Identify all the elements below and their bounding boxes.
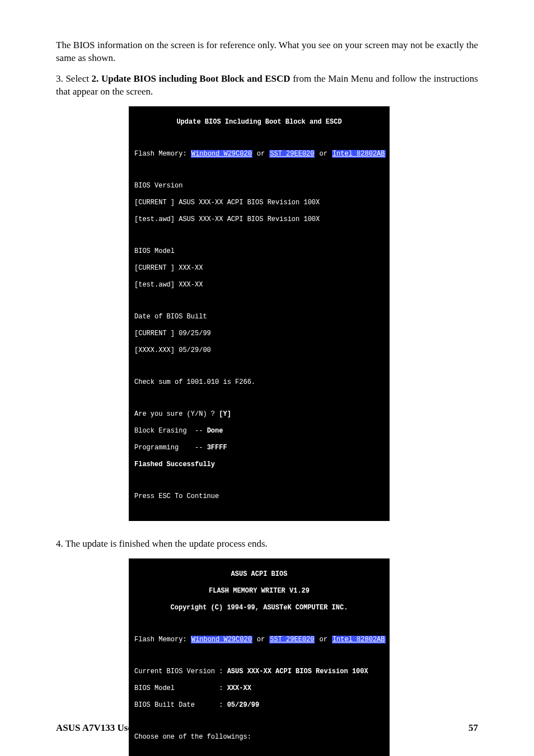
terminal1-date1: [CURRENT ] 09/25/99 — [134, 330, 384, 338]
terminal1-date-heading: Date of BIOS Built — [134, 313, 384, 321]
terminal2-curver: Current BIOS Version : ASUS XXX-XX ACPI … — [134, 668, 384, 676]
footer-manual-title: ASUS A7V133 User's Manual — [56, 722, 177, 734]
terminal1-model-heading: BIOS Model — [134, 247, 384, 256]
terminal2-choose: Choose one of the followings: — [134, 733, 384, 741]
bios-screenshot-1: Update BIOS Including Boot Block and ESC… — [129, 106, 478, 521]
terminal1-title: Update BIOS Including Boot Block and ESC… — [134, 118, 384, 126]
terminal2-h2: FLASH MEMORY WRITER V1.29 — [134, 587, 384, 595]
terminal1-erase: Block Erasing -- Done — [134, 427, 384, 435]
terminal1-model1: [CURRENT ] XXX-XX — [134, 264, 384, 273]
terminal2-date: BIOS Built Date : 05/29/99 — [134, 701, 384, 710]
terminal1-date2: [XXXX.XXX] 05/29/00 — [134, 346, 384, 355]
terminal1-flashmem: Flash Memory: Winbond W29C020orSST 29EE0… — [134, 150, 384, 158]
terminal2-h1: ASUS ACPI BIOS — [134, 570, 384, 579]
terminal1-checksum: Check sum of 1001.010 is F266. — [134, 378, 384, 387]
terminal1-model2: [test.awd] XXX-XX — [134, 281, 384, 289]
terminal2-model: BIOS Model : XXX-XX — [134, 684, 384, 693]
terminal2-h3: Copyright (C) 1994-99, ASUSTeK COMPUTER … — [134, 604, 384, 612]
terminal2-flashmem: Flash Memory: Winbond W29C020orSST 29EE0… — [134, 636, 384, 644]
step-3-bold: 2. Update BIOS including Boot Block and … — [92, 73, 291, 84]
page-footer: ASUS A7V133 User's Manual 57 — [0, 722, 534, 734]
step-3a: 3. Select — [56, 73, 92, 84]
terminal1-sure: Are you sure (Y/N) ? [Y] — [134, 410, 384, 419]
terminal1-ver1: [CURRENT ] ASUS XXX-XX ACPI BIOS Revisio… — [134, 199, 384, 207]
step-4-paragraph: 4. The update is finished when the updat… — [56, 538, 478, 551]
step-3-paragraph: 3. Select 2. Update BIOS including Boot … — [56, 73, 478, 98]
footer-page-number: 57 — [469, 722, 478, 734]
terminal1-flashed: Flashed Successfully — [134, 461, 384, 469]
terminal1-ver-heading: BIOS Version — [134, 182, 384, 190]
terminal1-prog: Programming -- 3FFFF — [134, 444, 384, 452]
terminal1-press: Press ESC To Continue — [134, 492, 384, 501]
terminal1-ver2: [test.awd] ASUS XXX-XX ACPI BIOS Revisio… — [134, 215, 384, 224]
intro-paragraph: The BIOS information on the screen is fo… — [56, 39, 478, 65]
